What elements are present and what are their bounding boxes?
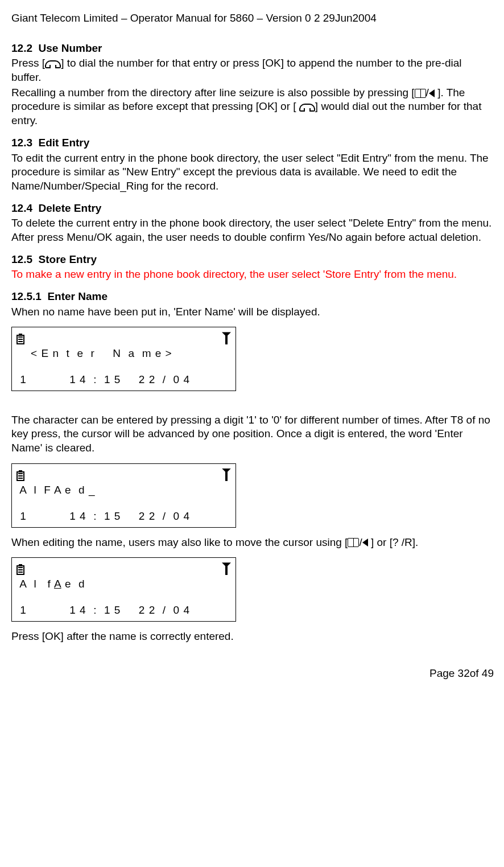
- section-title: Delete Entry: [39, 202, 102, 214]
- lcd-text-line: A l F A e d _: [16, 483, 231, 497]
- lcd-blank-line: [16, 591, 231, 603]
- lcd-display-enter-name: < E n t e r N a m e > 1 1 4 : 1 5 2 2 / …: [11, 327, 236, 391]
- paragraph: When no name have been put in, 'Enter Na…: [11, 305, 494, 319]
- paragraph: Press [OK] after the name is correctly e…: [11, 630, 494, 644]
- paragraph: To edit the current entry in the phone b…: [11, 151, 494, 194]
- left-arrow-icon: [429, 89, 435, 97]
- text: Recalling a number from the directory af…: [11, 87, 415, 98]
- lcd-status-line: 1 1 4 : 1 5 2 2 / 0 4: [16, 603, 231, 618]
- lcd-icon-row: [16, 331, 231, 346]
- lcd-icon-row: [16, 561, 231, 576]
- book-icon: [348, 538, 359, 547]
- section-num: 12.4: [11, 202, 32, 214]
- text: A l f: [16, 578, 54, 590]
- text: e d: [61, 578, 85, 590]
- section-title: Use Number: [39, 42, 102, 54]
- phone-icon: [299, 104, 315, 110]
- section-heading-enter-name: 12.5.1 Enter Name: [11, 290, 494, 304]
- battery-icon: [16, 562, 24, 575]
- lcd-display-cursor: A l f A e d 1 1 4 : 1 5 2 2 / 0 4: [11, 557, 236, 622]
- paragraph: The character can be entered by pressing…: [11, 413, 494, 455]
- battery-icon: [16, 469, 24, 481]
- section-num: 12.2: [11, 42, 32, 54]
- text: ] or [? /R].: [368, 536, 419, 548]
- signal-icon: [222, 332, 231, 344]
- section-heading-edit-entry: 12.3 Edit Entry: [11, 136, 494, 150]
- lcd-blank-line: [16, 497, 231, 509]
- section-title: Enter Name: [47, 290, 108, 302]
- section-heading-use-number: 12.2 Use Number: [11, 42, 494, 56]
- lcd-status-line: 1 1 4 : 1 5 2 2 / 0 4: [16, 373, 231, 387]
- paragraph: When editing the name, users may also li…: [11, 536, 494, 550]
- book-icon: [415, 89, 426, 98]
- document-header: Giant Telecom Limited – Operator Manual …: [11, 11, 494, 26]
- lcd-icon-row: [16, 467, 231, 482]
- lcd-text-line: < E n t e r N a m e >: [16, 347, 231, 360]
- cursor-char: A: [54, 578, 61, 590]
- lcd-text-line: A l f A e d: [16, 577, 231, 591]
- signal-icon: [222, 469, 231, 481]
- section-num: 12.5.1: [11, 290, 42, 302]
- section-num: 12.3: [11, 137, 32, 149]
- paragraph: Press [] to dial the number for that ent…: [11, 56, 494, 84]
- text: When editing the name, users may also li…: [11, 536, 348, 548]
- page-footer: Page 32of 49: [11, 667, 494, 681]
- section-title: Edit Entry: [39, 137, 90, 149]
- signal-icon: [222, 562, 231, 575]
- lcd-blank-line: [16, 360, 231, 373]
- section-heading-store-entry: 12.5 Store Entry: [11, 253, 494, 267]
- text: Press [: [11, 57, 45, 69]
- paragraph: To make a new entry in the phone book di…: [11, 268, 494, 282]
- left-arrow-icon: [362, 539, 368, 547]
- lcd-status-line: 1 1 4 : 1 5 2 2 / 0 4: [16, 509, 231, 524]
- phone-icon: [45, 60, 61, 67]
- section-title: Store Entry: [39, 253, 97, 265]
- section-heading-delete-entry: 12.4 Delete Entry: [11, 202, 494, 216]
- text: ] to dial the number for that entry or p…: [11, 57, 462, 83]
- lcd-display-typing: A l F A e d _ 1 1 4 : 1 5 2 2 / 0 4: [11, 463, 236, 528]
- paragraph: Recalling a number from the directory af…: [11, 86, 494, 128]
- section-num: 12.5: [11, 253, 32, 265]
- battery-icon: [16, 332, 24, 344]
- paragraph: To delete the current entry in the phone…: [11, 216, 494, 244]
